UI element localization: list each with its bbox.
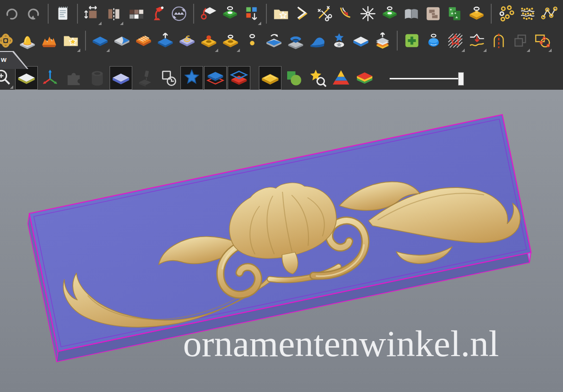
snip-vector-button[interactable] <box>314 1 335 26</box>
blue-plane-sel-button[interactable] <box>110 66 132 90</box>
dot-over-dot-icon <box>243 32 261 50</box>
square-circle-green-button[interactable] <box>282 66 305 90</box>
orange-texture-button[interactable] <box>39 28 60 53</box>
dot-over-dot-button[interactable] <box>242 28 263 53</box>
green-cards-button[interactable] <box>444 1 465 26</box>
lamp-render-icon <box>148 5 166 23</box>
purple-plane-ring-button[interactable] <box>177 28 197 53</box>
viewport-canvas[interactable]: ornamentenwinkel.nl <box>0 90 563 392</box>
folder-star-yellow-button[interactable] <box>60 28 81 53</box>
undo-arrow-icon <box>3 5 21 23</box>
chevron-vector-icon <box>294 5 312 23</box>
rect-circle-weld-button[interactable] <box>532 28 553 53</box>
blue-plane-button[interactable] <box>90 28 111 53</box>
yellow-plane-ball-icon <box>200 32 218 50</box>
wave-down-button[interactable] <box>467 28 487 53</box>
green-plane-dot-icon <box>381 5 399 23</box>
planes-blue-red-button[interactable] <box>204 66 227 90</box>
zoom-plus-icon <box>0 68 13 88</box>
add-plus-icon <box>403 32 421 50</box>
zoom-plus-button[interactable] <box>0 66 14 90</box>
curve-arrow-icon <box>337 5 355 23</box>
ribbed-plane-button[interactable] <box>133 28 154 53</box>
dot-flow-button[interactable] <box>517 1 538 26</box>
folder-star-new-button[interactable] <box>271 1 291 26</box>
copy-clock-button[interactable] <box>157 66 179 90</box>
star-blue-button[interactable] <box>180 66 203 90</box>
yellow-dome-button[interactable] <box>17 28 38 53</box>
purple-plane-ring-icon <box>178 32 196 50</box>
wave-down-icon <box>468 32 486 50</box>
pour-relief-button[interactable] <box>198 1 219 26</box>
mirror-arch-button[interactable] <box>488 28 509 53</box>
slider-thumb[interactable] <box>458 72 464 85</box>
axes-xyz-button[interactable] <box>39 66 61 90</box>
planes-red-blue-button[interactable] <box>228 66 250 90</box>
green-plane-ring-button[interactable] <box>220 1 240 26</box>
add-plus-button[interactable] <box>401 28 422 53</box>
rect-circle-weld-icon <box>533 32 551 50</box>
flower-burst-button[interactable] <box>358 1 378 26</box>
gray-book-button[interactable] <box>401 1 422 26</box>
drill-icon <box>135 68 154 88</box>
press-mold-button[interactable] <box>285 28 306 53</box>
gold-plane-button[interactable] <box>259 66 282 90</box>
white-plane-button[interactable] <box>15 66 38 90</box>
toolbar-divider <box>48 4 49 24</box>
notepad-icon <box>54 5 72 23</box>
maze-blocks-button[interactable] <box>423 1 444 26</box>
undo-arrow-button[interactable] <box>1 1 22 26</box>
toolbar-row-1 <box>0 0 563 27</box>
green-plane-dot-button[interactable] <box>379 1 400 26</box>
node-polyline-button[interactable] <box>539 1 560 26</box>
model-size-button[interactable] <box>82 1 102 26</box>
star-blue-icon <box>182 68 202 88</box>
blue-plane-up-button[interactable] <box>155 28 176 53</box>
wave-plane-button[interactable] <box>307 28 328 53</box>
notepad-button[interactable] <box>52 1 73 26</box>
puzzle-button <box>62 66 85 90</box>
color-blocks-down-button[interactable] <box>241 1 262 26</box>
gold-knot-button[interactable] <box>0 28 16 53</box>
preview-slider[interactable] <box>390 72 464 85</box>
layers-up-button[interactable] <box>372 28 393 53</box>
star-hatch-button[interactable] <box>445 28 466 53</box>
blue-plane-split-icon <box>113 32 131 50</box>
blue-plane-white-button[interactable] <box>350 28 371 53</box>
folder-star-new-icon <box>272 5 290 23</box>
lamp-render-button[interactable] <box>147 1 168 26</box>
curve-arrow-button[interactable] <box>336 1 357 26</box>
yellow-plane-ball-button[interactable] <box>198 28 219 53</box>
cylinder-button <box>86 66 109 90</box>
star-emboss-button[interactable] <box>329 28 350 53</box>
yellow-plane-ring-icon <box>468 5 486 23</box>
gold-plane-icon <box>260 68 280 88</box>
redo-arrow-button[interactable] <box>23 1 44 26</box>
white-plane-icon <box>17 68 36 88</box>
pyramid-color-button[interactable] <box>330 66 352 90</box>
toolbar-divider <box>85 31 86 51</box>
chevron-vector-button[interactable] <box>292 1 313 26</box>
blue-plane-white-icon <box>352 32 370 50</box>
tile-grid-button[interactable] <box>125 1 146 26</box>
blue-plane-icon <box>91 32 109 50</box>
watermark-text: ornamentenwinkel.nl <box>183 323 499 364</box>
blue-blob-button[interactable] <box>423 28 444 53</box>
green-plane-ring-icon <box>221 5 239 23</box>
viewport-3d[interactable]: ornamentenwinkel.nl <box>0 90 563 392</box>
star-search-button[interactable] <box>306 66 329 90</box>
plane-tricolor-button[interactable] <box>353 66 376 90</box>
square-circle-green-icon <box>284 68 304 88</box>
slider-track <box>390 78 461 79</box>
node-circles-button[interactable] <box>495 1 516 26</box>
blue-plane-split-button[interactable] <box>111 28 132 53</box>
node-circles-icon <box>497 5 515 23</box>
yellow-plane-ring-button[interactable] <box>466 1 487 26</box>
node-polyline-icon <box>540 5 558 23</box>
yellow-plane-hole-button[interactable] <box>220 28 241 53</box>
copy-clock-icon <box>158 68 178 88</box>
split-model-button[interactable] <box>103 1 124 26</box>
blue-plane-flip-button[interactable] <box>264 28 284 53</box>
shaded-views-button[interactable] <box>169 1 189 26</box>
blue-plane-flip-icon <box>265 32 283 50</box>
